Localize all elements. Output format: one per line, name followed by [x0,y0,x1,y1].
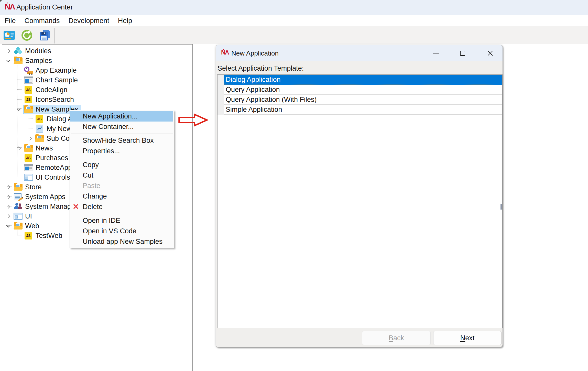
window-icon [24,173,33,181]
menu-item-show-hide-search-box[interactable]: Show/Hide Search Box [70,135,173,146]
template-list: Dialog Application Query Application Que… [217,74,503,328]
expander-spacer [15,153,23,163]
tree-item-codealign[interactable]: JS CodeAlign [2,85,192,95]
menu-item-open-in-vs-code[interactable]: Open in VS Code [70,226,173,236]
next-button[interactable]: Next [433,331,502,345]
app-title: Application Center [16,3,73,11]
expander-spacer [15,172,23,182]
close-icon [487,50,493,56]
template-option-query-application-with-files[interactable]: Query Application (With Files) [224,95,502,105]
folder-icon [35,134,44,143]
expander-collapsed-icon[interactable] [15,143,23,153]
list-scrollbar-thumb[interactable] [500,204,502,210]
folder-icon [14,183,23,191]
menu-item-change[interactable]: Change [70,191,173,202]
folder-icon [14,57,23,65]
red-arrow-annotation [178,113,209,127]
tree-item-samples[interactable]: Samples [2,56,192,66]
tree-item-iconssearch[interactable]: JS IconsSearch [2,95,192,104]
refresh-icon[interactable] [21,29,33,41]
tree-context-menu: New Application... New Container... Show… [70,110,174,248]
menu-item-open-in-ide[interactable]: Open in IDE [70,215,173,226]
tree-item-modules[interactable]: Modules [2,46,192,56]
select-template-label: Select Application Template: [217,64,304,72]
close-button[interactable] [482,45,499,61]
menu-item-cut[interactable]: Cut [70,170,173,181]
tree-item-chart-sample[interactable]: Chart Sample [2,75,192,85]
menu-item-delete[interactable]: ×Delete [70,202,173,212]
expander-spacer [15,163,23,172]
new-application-dialog: ṄΛ New Application Select Application Te… [216,45,503,347]
window-rounded-corner [0,0,4,4]
menu-item-new-application[interactable]: New Application... [70,111,173,122]
tree-item-app-example[interactable]: App Example [2,66,192,75]
minimize-button[interactable] [428,45,444,61]
expander-collapsed-icon[interactable] [4,182,13,192]
js-icon: JS [35,115,44,123]
list-row-header-column [217,75,224,115]
notes-icon [14,193,23,201]
save-icon[interactable] [39,29,51,41]
template-option-dialog-application[interactable]: Dialog Application [224,75,502,85]
expander-spacer [26,114,34,124]
expander-spacer [15,231,23,241]
minimize-icon [433,53,439,53]
app-example-icon [24,66,33,74]
delete-x-icon: × [73,201,79,211]
report-chart-icon[interactable] [3,29,15,41]
expander-collapsed-icon[interactable] [4,211,13,221]
expander-spacer [15,95,23,104]
modules-icon [14,47,23,55]
dialog-logo: ṄΛ [221,49,228,56]
menu-separator [71,158,173,158]
app-panel-icon [24,76,33,84]
people-icon [14,202,23,211]
menu-commands[interactable]: Commands [25,17,60,25]
expander-spacer [15,75,23,85]
menu-item-copy[interactable]: Copy [70,160,173,170]
folder-icon [14,222,23,230]
menu-file[interactable]: File [5,17,16,25]
expander-expanded-icon[interactable] [4,221,13,231]
toolbar-separator [55,28,55,43]
template-option-query-application[interactable]: Query Application [224,85,502,95]
dialog-title: New Application [231,49,279,57]
expander-expanded-icon[interactable] [15,104,23,114]
app-panel-icon [24,163,33,172]
menu-development[interactable]: Development [69,17,109,25]
toolbar [0,26,588,44]
folder-icon [24,105,33,113]
expander-spacer [26,124,34,134]
menu-bar: File Commands Development Help [0,15,588,26]
expander-collapsed-icon[interactable] [26,134,34,143]
js-icon: JS [24,86,33,94]
template-option-simple-application[interactable]: Simple Application [224,105,502,115]
menu-item-new-container[interactable]: New Container... [70,122,173,132]
expander-collapsed-icon[interactable] [4,46,13,56]
expander-expanded-icon[interactable] [4,56,13,66]
menu-separator [71,134,173,134]
folder-icon [24,144,33,152]
menu-item-paste[interactable]: Paste [70,181,173,191]
expander-collapsed-icon[interactable] [4,202,13,211]
menu-separator [71,214,173,214]
menu-item-unload-app[interactable]: Unload app New Samples [70,236,173,247]
maximize-icon [460,51,465,56]
maximize-button[interactable] [454,45,471,61]
js-icon: JS [24,154,33,162]
back-button[interactable]: Back [362,331,431,345]
expander-spacer [15,85,23,95]
app-logo: ṄΛ [5,2,15,12]
js-icon: JS [24,232,33,240]
menu-item-properties[interactable]: Properties... [70,146,173,156]
menu-help[interactable]: Help [118,17,132,25]
expander-spacer [15,66,23,75]
js-icon: JS [24,95,33,104]
report-page-icon [35,125,44,133]
dialog-titlebar: ṄΛ New Application [216,45,503,61]
window-icon [14,212,23,220]
expander-collapsed-icon[interactable] [4,192,13,202]
titlebar: ṄΛ Application Center [0,0,588,15]
